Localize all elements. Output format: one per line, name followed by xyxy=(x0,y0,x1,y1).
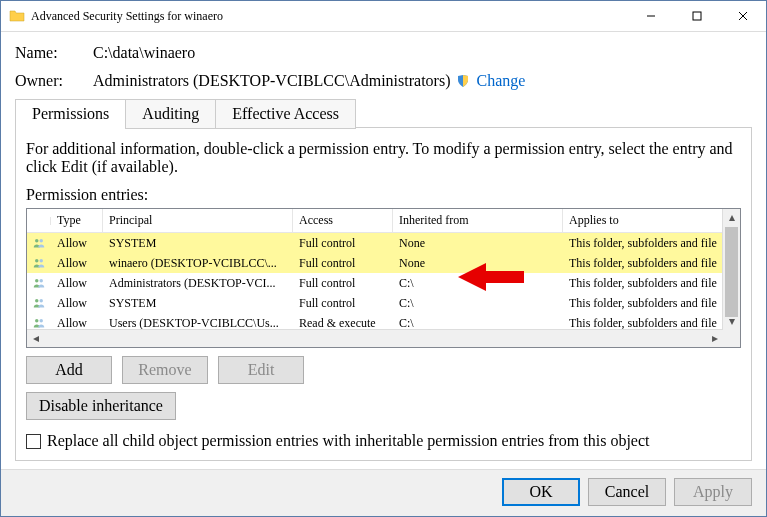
permissions-panel: For additional information, double-click… xyxy=(15,127,752,461)
svg-point-5 xyxy=(40,239,43,242)
table-row[interactable]: AllowSYSTEMFull controlC:\This folder, s… xyxy=(27,293,740,313)
cell-type: Allow xyxy=(51,274,103,293)
minimize-button[interactable] xyxy=(628,1,674,31)
cell-access: Full control xyxy=(293,294,393,313)
scroll-corner xyxy=(723,330,740,347)
dialog-window: Advanced Security Settings for winaero N… xyxy=(0,0,767,517)
cell-inherited: C:\ xyxy=(393,274,563,293)
inheritance-buttons: Disable inheritance xyxy=(26,392,741,420)
apply-button[interactable]: Apply xyxy=(674,478,752,506)
cell-type: Allow xyxy=(51,294,103,313)
list-header: Type Principal Access Inherited from App… xyxy=(27,209,740,233)
disable-inheritance-button[interactable]: Disable inheritance xyxy=(26,392,176,420)
dialog-footer: OK Cancel Apply xyxy=(1,469,766,516)
cell-applies: This folder, subfolders and file xyxy=(563,274,740,293)
close-button[interactable] xyxy=(720,1,766,31)
replace-checkbox-label: Replace all child object permission entr… xyxy=(47,432,650,450)
svg-point-4 xyxy=(35,239,38,242)
people-icon xyxy=(27,234,51,252)
svg-point-6 xyxy=(35,259,38,262)
cell-access: Full control xyxy=(293,274,393,293)
cell-access: Full control xyxy=(293,234,393,253)
window-title: Advanced Security Settings for winaero xyxy=(31,9,628,24)
svg-point-7 xyxy=(40,259,43,262)
horizontal-scrollbar[interactable]: ◂ ▸ xyxy=(27,329,723,347)
table-row[interactable]: Allowwinaero (DESKTOP-VCIBLCC\...Full co… xyxy=(27,253,740,273)
col-icon[interactable] xyxy=(27,217,51,225)
replace-checkbox-row: Replace all child object permission entr… xyxy=(26,432,741,450)
people-icon xyxy=(27,254,51,272)
help-text: For additional information, double-click… xyxy=(26,140,741,176)
table-row[interactable]: AllowSYSTEMFull controlNoneThis folder, … xyxy=(27,233,740,253)
vertical-scrollbar[interactable]: ▴ ▾ xyxy=(722,209,740,330)
replace-checkbox[interactable] xyxy=(26,434,41,449)
svg-point-13 xyxy=(40,319,43,322)
owner-label: Owner: xyxy=(15,72,93,90)
name-label: Name: xyxy=(15,44,93,62)
folder-icon xyxy=(9,8,25,24)
scroll-right-icon[interactable]: ▸ xyxy=(706,330,723,347)
tab-strip: Permissions Auditing Effective Access xyxy=(15,100,752,128)
owner-row: Owner: Administrators (DESKTOP-VCIBLCC\A… xyxy=(15,72,752,90)
people-icon xyxy=(27,274,51,292)
scroll-down-icon[interactable]: ▾ xyxy=(723,313,740,330)
svg-point-12 xyxy=(35,319,38,322)
edit-button[interactable]: Edit xyxy=(218,356,304,384)
tab-effective-access[interactable]: Effective Access xyxy=(215,99,356,129)
people-icon xyxy=(27,294,51,312)
cell-principal: SYSTEM xyxy=(103,234,293,253)
svg-rect-1 xyxy=(693,12,701,20)
cell-principal: Administrators (DESKTOP-VCI... xyxy=(103,274,293,293)
entry-buttons: Add Remove Edit xyxy=(26,356,741,384)
svg-point-9 xyxy=(40,279,43,282)
shield-icon xyxy=(456,74,470,88)
col-access[interactable]: Access xyxy=(293,209,393,232)
svg-point-8 xyxy=(35,279,38,282)
svg-point-10 xyxy=(35,299,38,302)
cancel-button[interactable]: Cancel xyxy=(588,478,666,506)
tab-auditing[interactable]: Auditing xyxy=(125,99,216,129)
ok-button[interactable]: OK xyxy=(502,478,580,506)
scroll-up-icon[interactable]: ▴ xyxy=(723,209,740,226)
cell-principal: SYSTEM xyxy=(103,294,293,313)
change-owner-link[interactable]: Change xyxy=(476,72,525,90)
owner-value: Administrators (DESKTOP-VCIBLCC\Administ… xyxy=(93,72,450,90)
tab-permissions[interactable]: Permissions xyxy=(15,99,126,128)
name-row: Name: C:\data\winaero xyxy=(15,44,752,62)
col-principal[interactable]: Principal xyxy=(103,209,293,232)
maximize-button[interactable] xyxy=(674,1,720,31)
scroll-left-icon[interactable]: ◂ xyxy=(27,330,44,347)
cell-applies: This folder, subfolders and file xyxy=(563,234,740,253)
entries-label: Permission entries: xyxy=(26,186,741,204)
name-value: C:\data\winaero xyxy=(93,44,195,62)
cell-principal: winaero (DESKTOP-VCIBLCC\... xyxy=(103,254,293,273)
svg-point-11 xyxy=(40,299,43,302)
cell-inherited: C:\ xyxy=(393,294,563,313)
remove-button[interactable]: Remove xyxy=(122,356,208,384)
col-inherited[interactable]: Inherited from xyxy=(393,209,563,232)
svg-line-2 xyxy=(739,12,747,20)
col-type[interactable]: Type xyxy=(51,209,103,232)
cell-access: Full control xyxy=(293,254,393,273)
cell-applies: This folder, subfolders and file xyxy=(563,294,740,313)
cell-applies: This folder, subfolders and file xyxy=(563,254,740,273)
col-applies[interactable]: Applies to xyxy=(563,209,741,232)
cell-type: Allow xyxy=(51,254,103,273)
svg-line-3 xyxy=(739,12,747,20)
cell-inherited: None xyxy=(393,254,563,273)
table-row[interactable]: AllowAdministrators (DESKTOP-VCI...Full … xyxy=(27,273,740,293)
titlebar: Advanced Security Settings for winaero xyxy=(1,1,766,32)
permission-list[interactable]: Type Principal Access Inherited from App… xyxy=(26,208,741,348)
add-button[interactable]: Add xyxy=(26,356,112,384)
scroll-thumb[interactable] xyxy=(725,227,738,317)
content-area: Name: C:\data\winaero Owner: Administrat… xyxy=(1,32,766,469)
cell-type: Allow xyxy=(51,234,103,253)
cell-inherited: None xyxy=(393,234,563,253)
